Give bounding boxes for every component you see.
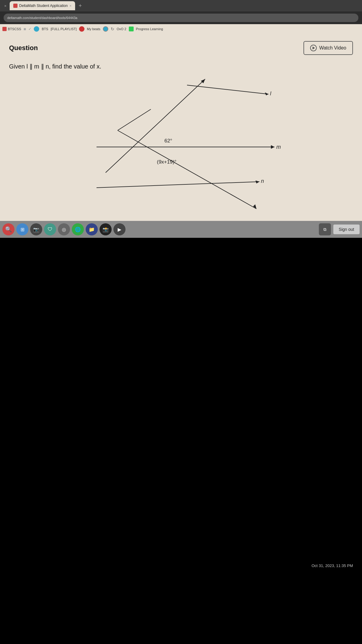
- svg-line-8: [118, 130, 256, 209]
- line-n-label: n: [261, 178, 264, 184]
- bookmark-bts[interactable]: BTS: [42, 27, 48, 31]
- tab-title: DeltaMath Student Application: [19, 4, 68, 8]
- browser-chrome: × DeltaMath Student Application × +: [0, 0, 362, 24]
- play-circle-icon: [310, 45, 317, 51]
- datetime-display: Oct 31, 2023, 11:35 PM: [312, 563, 353, 568]
- bookmark-label: BTSCSS: [8, 27, 21, 31]
- taskbar-icon-shield[interactable]: 🛡: [44, 223, 56, 235]
- svg-marker-5: [256, 180, 259, 183]
- line-m-label: m: [276, 144, 281, 150]
- watch-video-label: Watch Video: [319, 45, 346, 51]
- page-area: Question Watch Video Given l ∥ m ∥ n, fi…: [0, 34, 362, 221]
- bookmark-refresh-icon: ↻: [111, 27, 114, 31]
- watch-video-button[interactable]: Watch Video: [303, 41, 353, 55]
- bookmark-bts-label: BTS: [42, 27, 48, 31]
- diagram-area: l m n 62°: [0, 70, 362, 215]
- taskbar-icon-screenshot[interactable]: 📸: [100, 223, 112, 235]
- svg-marker-3: [271, 145, 275, 149]
- bookmark-circle-icon: [34, 26, 39, 32]
- address-bar: [0, 11, 362, 24]
- bookmarks-bar: BTSCSS ■ ✓ BTS [FULL PLAYLIST] My beats …: [0, 24, 362, 34]
- question-header: Question Watch Video: [0, 34, 362, 60]
- line-l-label: l: [270, 91, 272, 97]
- sign-out-button[interactable]: Sign out: [333, 225, 360, 234]
- bookmark-btscss[interactable]: BTSCSS: [2, 27, 21, 31]
- svg-line-6: [106, 79, 205, 173]
- geometry-diagram: l m n 62°: [0, 70, 362, 215]
- problem-text: Given l ∥ m ∥ n, find the value of x.: [0, 60, 362, 70]
- active-tab[interactable]: DeltaMath Student Application ×: [10, 1, 75, 10]
- taskbar-right: ⧉ Sign out: [319, 223, 360, 235]
- bookmark-mybeats-label: My beats: [87, 27, 100, 31]
- taskbar-icon-chrome[interactable]: 🌐: [72, 223, 84, 235]
- bookmark-check: ✓: [28, 27, 31, 31]
- bookmark-progress-label: Progress Learning: [136, 27, 163, 31]
- bookmark-progress-icon: [129, 27, 134, 31]
- bookmark-playlist[interactable]: [FULL PLAYLIST]: [51, 27, 77, 31]
- new-tab-btn[interactable]: +: [76, 3, 84, 9]
- bookmark-playlist-label: [FULL PLAYLIST]: [51, 27, 77, 31]
- black-area: Oct 31, 2023, 11:35 PM: [0, 238, 362, 573]
- taskbar-icon-display[interactable]: ⊞: [16, 223, 28, 235]
- bookmark-ovo2[interactable]: OvO 2: [117, 27, 126, 31]
- bookmark-sep1: ■: [24, 27, 26, 31]
- taskbar: 🔍 ⊞ 📷 🛡 ◎ 🌐 📁 📸 ▶ ⧉ Sign out: [0, 221, 362, 238]
- svg-line-10: [118, 109, 151, 130]
- tab-favicon: [13, 4, 17, 8]
- bookmark-circle2-icon: [103, 26, 108, 32]
- taskbar-icon-play[interactable]: ▶: [113, 223, 125, 235]
- bookmark-ovo2-label: OvO 2: [117, 27, 126, 31]
- bookmark-icon: [2, 27, 7, 31]
- close-icon[interactable]: ×: [2, 4, 8, 8]
- tab-bar: × DeltaMath Student Application × +: [0, 0, 362, 11]
- angle-9x19-label: (9x+19)°: [157, 159, 176, 165]
- angle-62-label: 62°: [164, 138, 172, 144]
- question-label: Question: [9, 44, 38, 52]
- taskbar-icon-clock[interactable]: ⧉: [319, 223, 331, 235]
- bookmark-mybeats[interactable]: My beats: [87, 27, 100, 31]
- taskbar-icon-camera[interactable]: 📷: [30, 223, 42, 235]
- svg-line-0: [187, 85, 268, 94]
- bookmark-progress[interactable]: Progress Learning: [136, 27, 163, 31]
- taskbar-icon-search[interactable]: 🔍: [2, 223, 14, 235]
- bookmark-record-icon: [79, 26, 84, 32]
- play-triangle-icon: [313, 46, 315, 49]
- taskbar-icon-circle[interactable]: ◎: [58, 223, 70, 235]
- tab-close-btn[interactable]: ×: [69, 4, 71, 8]
- problem-statement: Given l ∥ m ∥ n, find the value of x.: [9, 63, 101, 70]
- taskbar-icon-files[interactable]: 📁: [86, 223, 98, 235]
- svg-line-4: [97, 182, 259, 188]
- address-input[interactable]: [4, 14, 358, 22]
